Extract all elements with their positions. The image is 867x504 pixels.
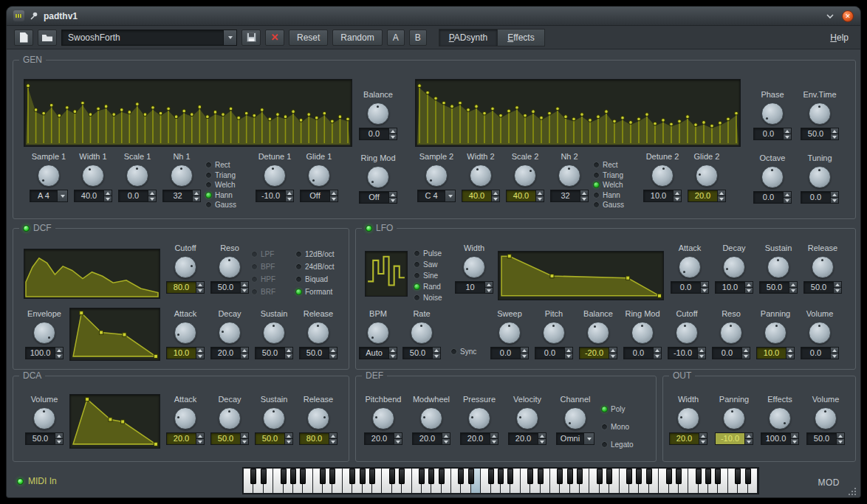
spin-up-button[interactable] bbox=[490, 433, 498, 438]
piano-black-key[interactable] bbox=[606, 469, 612, 484]
dcf-envelope-display[interactable] bbox=[69, 308, 160, 361]
spin-up-button[interactable] bbox=[433, 348, 440, 353]
spin-value[interactable]: 20.0 bbox=[365, 433, 394, 444]
spin-up-button[interactable] bbox=[580, 190, 588, 196]
width-knob[interactable] bbox=[463, 256, 485, 278]
osc2-harmonics-display[interactable] bbox=[415, 79, 741, 147]
decay-spinbox[interactable]: 50.0 bbox=[210, 432, 249, 445]
volume-knob[interactable] bbox=[815, 407, 837, 429]
piano-black-key[interactable] bbox=[705, 469, 711, 484]
reso-knob[interactable] bbox=[219, 256, 241, 278]
piano-black-key[interactable] bbox=[626, 469, 632, 484]
save-preset-button[interactable] bbox=[241, 30, 261, 46]
tuning-knob[interactable] bbox=[809, 166, 831, 188]
phase-knob[interactable] bbox=[761, 103, 784, 125]
piano-black-key[interactable] bbox=[666, 469, 672, 484]
piano-black-key[interactable] bbox=[399, 469, 405, 484]
sweep-spinbox[interactable]: 0.0 bbox=[490, 347, 529, 359]
radio-formant[interactable]: Formant bbox=[295, 286, 334, 298]
spin-value[interactable]: -20.0 bbox=[580, 348, 609, 359]
width-knob[interactable] bbox=[677, 407, 699, 429]
spin-value[interactable]: 10.0 bbox=[167, 348, 196, 359]
radio-welch[interactable]: Welch bbox=[205, 180, 251, 190]
spin-value[interactable]: 50.0 bbox=[807, 433, 836, 444]
spin-up-button[interactable] bbox=[831, 192, 838, 197]
piano-black-key[interactable] bbox=[458, 469, 464, 484]
sample-1-knob[interactable] bbox=[38, 165, 60, 187]
spin-down-button[interactable] bbox=[329, 438, 337, 444]
radio-mono[interactable]: Mono bbox=[601, 418, 634, 435]
octave-knob[interactable] bbox=[761, 166, 784, 188]
spin-value[interactable]: Off bbox=[301, 190, 329, 201]
tab-padsynth[interactable]: PADsynth bbox=[439, 29, 498, 46]
piano-black-key[interactable] bbox=[300, 469, 306, 484]
attack-spinbox[interactable]: 0.0 bbox=[671, 281, 709, 294]
spin-down-button[interactable] bbox=[698, 353, 705, 359]
spin-value[interactable]: 50.0 bbox=[300, 348, 329, 359]
sweep-knob[interactable] bbox=[498, 322, 521, 344]
piano-black-key[interactable] bbox=[419, 469, 425, 484]
spin-up-button[interactable] bbox=[831, 128, 838, 134]
nh-1-spinbox[interactable]: 32 bbox=[162, 190, 201, 202]
tab-effects[interactable]: Effects bbox=[498, 29, 544, 46]
scale-2-spinbox[interactable]: 40.0 bbox=[506, 190, 544, 202]
nh-1-knob[interactable] bbox=[171, 165, 193, 187]
spin-down-button[interactable] bbox=[389, 353, 397, 359]
decay-spinbox[interactable]: 20.0 bbox=[210, 347, 249, 359]
spin-up-button[interactable] bbox=[837, 433, 844, 438]
spin-up-button[interactable] bbox=[196, 433, 204, 438]
piano-black-key[interactable] bbox=[290, 469, 296, 484]
radio-hpf[interactable]: HPF bbox=[251, 273, 275, 286]
attack-spinbox[interactable]: 20.0 bbox=[166, 432, 205, 445]
detune-2-spinbox[interactable]: 10.0 bbox=[643, 190, 682, 202]
window-shade-button[interactable] bbox=[826, 13, 835, 20]
channel-knob[interactable] bbox=[564, 407, 586, 429]
radio-24db-oct[interactable]: 24dB/oct bbox=[295, 260, 334, 273]
volume-spinbox[interactable]: 50.0 bbox=[25, 432, 64, 445]
env-time-spinbox[interactable]: 50.0 bbox=[801, 128, 839, 140]
piano-black-key[interactable] bbox=[329, 469, 335, 484]
radio-hann[interactable]: Hann bbox=[593, 190, 639, 201]
sample-2-combobox[interactable]: C 4 bbox=[417, 190, 456, 202]
panning-knob[interactable] bbox=[764, 322, 787, 344]
spin-value[interactable]: 10.0 bbox=[757, 348, 786, 359]
spin-value[interactable]: 50.0 bbox=[256, 348, 284, 359]
volume-knob[interactable] bbox=[809, 322, 831, 344]
spin-value[interactable]: 20.0 bbox=[461, 433, 490, 444]
spin-up-button[interactable] bbox=[389, 348, 397, 353]
radio-bpf[interactable]: BPF bbox=[251, 260, 275, 273]
spin-value[interactable]: 50.0 bbox=[26, 433, 55, 444]
spin-up-button[interactable] bbox=[565, 348, 572, 353]
spin-down-button[interactable] bbox=[330, 196, 337, 201]
width-2-knob[interactable] bbox=[470, 165, 492, 187]
balance-knob[interactable] bbox=[367, 103, 389, 125]
piano-black-key[interactable] bbox=[498, 469, 504, 484]
spin-value[interactable]: 20.0 bbox=[413, 433, 442, 444]
spin-down-button[interactable] bbox=[285, 438, 292, 444]
spin-value[interactable]: 0.0 bbox=[754, 128, 783, 139]
dcf-led[interactable] bbox=[23, 225, 30, 232]
spin-down-button[interactable] bbox=[784, 134, 791, 139]
spin-value[interactable]: 32 bbox=[551, 190, 580, 201]
modwheel-spinbox[interactable]: 20.0 bbox=[412, 432, 450, 445]
detune-1-knob[interactable] bbox=[264, 165, 286, 187]
spin-value[interactable]: -10.0 bbox=[716, 433, 744, 444]
attack-knob[interactable] bbox=[174, 322, 196, 344]
spin-down-button[interactable] bbox=[55, 438, 63, 444]
scale-1-spinbox[interactable]: 0.0 bbox=[118, 190, 157, 202]
cutoff-spinbox[interactable]: 80.0 bbox=[166, 281, 205, 294]
balance-knob[interactable] bbox=[587, 322, 609, 344]
random-button[interactable]: Random bbox=[332, 30, 382, 46]
delete-preset-button[interactable]: ✕ bbox=[265, 30, 284, 46]
spin-up-button[interactable] bbox=[286, 190, 293, 196]
reso-knob[interactable] bbox=[720, 322, 742, 344]
piano-keyboard[interactable] bbox=[242, 467, 759, 494]
reso-spinbox[interactable]: 50.0 bbox=[210, 281, 249, 294]
spin-down-button[interactable] bbox=[196, 438, 204, 444]
radio-brf[interactable]: BRF bbox=[251, 286, 275, 298]
spin-up-button[interactable] bbox=[536, 190, 544, 196]
attack-knob[interactable] bbox=[174, 407, 196, 429]
spin-down-button[interactable] bbox=[433, 353, 440, 359]
release-knob[interactable] bbox=[812, 256, 834, 278]
detune-1-spinbox[interactable]: -10.0 bbox=[256, 190, 294, 202]
